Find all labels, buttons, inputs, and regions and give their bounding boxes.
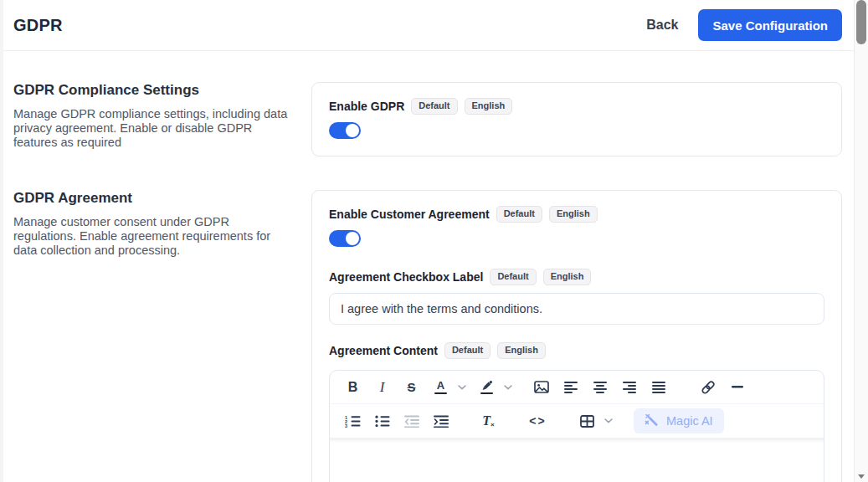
toolbar-link-button[interactable] (696, 376, 719, 399)
editor-toolbar-row-2: 1 2 3 (330, 404, 824, 438)
enable-gdpr-label-row: Enable GDPR Default English (329, 98, 824, 115)
link-icon (701, 380, 716, 395)
strikethrough-icon: S (407, 380, 415, 394)
section-gdpr-agreement: GDPR Agreement Manage customer consent u… (13, 190, 842, 482)
toggle-knob (346, 232, 359, 245)
bullet-list-icon (375, 415, 390, 428)
enable-customer-agreement-label: Enable Customer Agreement (329, 208, 490, 221)
toolbar-outdent-button[interactable] (400, 409, 423, 433)
magic-ai-button[interactable]: Magic AI (634, 408, 724, 433)
save-configuration-button[interactable]: Save Configuration (698, 9, 842, 41)
english-badge: English (465, 98, 513, 115)
toolbar-table-button[interactable] (576, 409, 598, 433)
page-header: GDPR Back Save Configuration (0, 0, 854, 51)
back-button[interactable]: Back (646, 18, 678, 33)
code-icon: <> (529, 414, 546, 428)
english-badge: English (549, 206, 598, 223)
text-color-dropdown-button[interactable] (455, 376, 469, 399)
agreement-checkbox-label-row: Agreement Checkbox Label Default English (329, 269, 824, 285)
agreement-checkbox-label-group: Agreement Checkbox Label Default English (329, 269, 824, 325)
agreement-card: Enable Customer Agreement Default Englis… (311, 190, 842, 482)
toolbar-align-left-button[interactable] (559, 376, 582, 399)
enable-customer-agreement-label-row: Enable Customer Agreement Default Englis… (329, 206, 824, 223)
toolbar-code-button[interactable]: <> (526, 409, 549, 433)
bold-icon: B (348, 380, 358, 395)
italic-icon: I (380, 379, 385, 396)
horizontal-rule-icon (732, 386, 743, 388)
toolbar-align-justify-button[interactable] (647, 376, 670, 399)
table-icon (580, 415, 594, 428)
agreement-checkbox-label: Agreement Checkbox Label (329, 270, 483, 284)
toolbar-text-color-button[interactable]: A (429, 376, 452, 399)
enable-customer-agreement-group: Enable Customer Agreement Default Englis… (329, 206, 824, 247)
indent-icon (434, 415, 449, 428)
toggle-knob (346, 124, 359, 137)
chevron-down-icon (504, 385, 512, 390)
agreement-content-group: Agreement Content Default English B I S … (329, 342, 824, 482)
editor-toolbar-row-1: B I S A (330, 371, 824, 404)
editor-content-area[interactable] (330, 438, 824, 482)
toolbar-horizontal-rule-button[interactable] (726, 376, 748, 399)
toolbar-italic-button[interactable]: I (371, 376, 393, 399)
page-title: GDPR (13, 16, 63, 35)
section-gdpr-compliance: GDPR Compliance Settings Manage GDPR com… (13, 82, 842, 156)
align-justify-icon (652, 382, 665, 393)
magic-ai-label: Magic AI (666, 414, 713, 428)
toolbar-highlight-button[interactable] (475, 376, 498, 399)
table-dropdown-button[interactable] (602, 409, 615, 433)
toolbar-align-center-button[interactable] (588, 376, 611, 399)
vertical-scrollbar[interactable] (854, 0, 868, 482)
section-compliance-intro: GDPR Compliance Settings Manage GDPR com… (13, 82, 298, 150)
highlight-dropdown-button[interactable] (501, 376, 515, 399)
section-agreement-intro: GDPR Agreement Manage customer consent u… (13, 190, 298, 258)
header-actions: Back Save Configuration (646, 9, 842, 41)
align-right-icon (623, 382, 636, 393)
toolbar-strikethrough-button[interactable]: S (400, 376, 423, 399)
default-badge: Default (411, 98, 457, 115)
clear-formatting-icon: T× (482, 414, 494, 428)
toolbar-image-button[interactable] (530, 376, 552, 399)
main-content: GDPR Compliance Settings Manage GDPR com… (0, 51, 854, 482)
chevron-down-icon (604, 418, 613, 423)
section-description: Manage customer consent under GDPR regul… (13, 215, 293, 258)
text-color-icon: A (434, 380, 447, 395)
enable-gdpr-toggle[interactable] (329, 122, 361, 139)
agreement-checkbox-label-input[interactable] (329, 293, 824, 325)
toolbar-bold-button[interactable]: B (342, 376, 364, 399)
toolbar-clear-formatting-button[interactable]: T× (477, 409, 500, 433)
enable-gdpr-label: Enable GDPR (329, 100, 404, 113)
default-badge: Default (496, 206, 542, 223)
enable-gdpr-card: Enable GDPR Default English (311, 82, 842, 156)
agreement-content-label-row: Agreement Content Default English (329, 342, 824, 359)
toolbar-indent-button[interactable] (429, 409, 452, 433)
section-description: Manage GDPR compliance settings, includi… (13, 107, 293, 150)
toolbar-align-right-button[interactable] (618, 376, 640, 399)
align-center-icon (593, 382, 607, 393)
toolbar-ordered-list-button[interactable]: 1 2 3 (342, 409, 364, 433)
ordered-list-icon: 1 2 3 (345, 415, 361, 428)
scrollbar-thumb[interactable] (856, 0, 866, 44)
svg-text:3: 3 (345, 423, 347, 428)
default-badge: Default (444, 342, 490, 359)
highlight-pen-icon (480, 380, 493, 395)
section-title: GDPR Agreement (13, 190, 298, 207)
default-badge: Default (490, 269, 536, 285)
scrollbar-down-arrow-icon[interactable] (858, 474, 865, 479)
outdent-icon (404, 415, 419, 428)
english-badge: English (497, 342, 546, 359)
magic-wand-icon (645, 413, 660, 428)
align-left-icon (564, 382, 578, 393)
section-title: GDPR Compliance Settings (13, 82, 298, 99)
chevron-down-icon (458, 385, 466, 390)
page-left-edge (0, 0, 3, 482)
image-icon (534, 381, 549, 393)
rich-text-editor: B I S A (329, 370, 824, 482)
toolbar-bullet-list-button[interactable] (371, 409, 393, 433)
enable-customer-agreement-toggle[interactable] (329, 230, 361, 247)
agreement-content-label: Agreement Content (329, 344, 438, 357)
english-badge: English (543, 269, 592, 285)
